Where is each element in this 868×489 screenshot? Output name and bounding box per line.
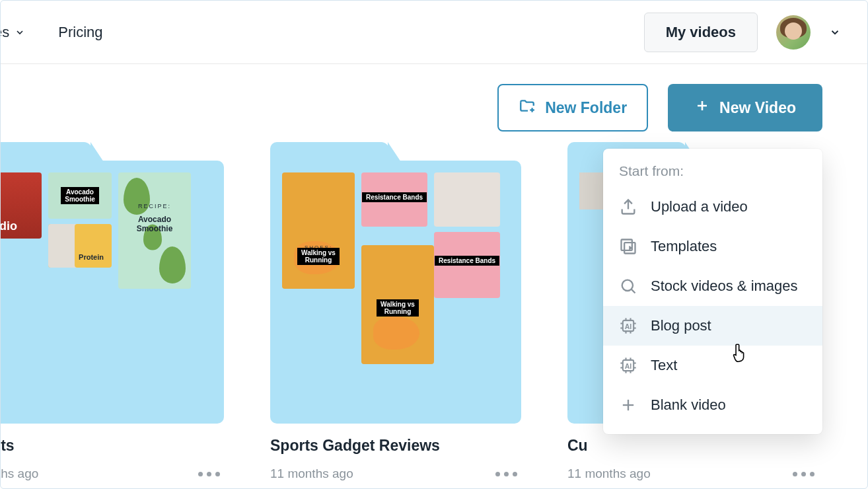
folder-meta: months ago xyxy=(0,467,224,481)
header-left: es Pricing xyxy=(1,24,103,41)
dropdown-item-text[interactable]: AI Text xyxy=(603,346,822,385)
thumb-shoes: SHOES: Walking vs Running xyxy=(282,172,355,289)
nav-item-truncated[interactable]: es xyxy=(0,24,25,41)
avatar[interactable] xyxy=(776,15,811,50)
folder-preview: FAQ Cardio Avocado Smoothie Protein RECI… xyxy=(0,161,224,424)
button-label: New Folder xyxy=(545,99,627,117)
thumb-bands-2: Resistance Bands xyxy=(434,232,500,298)
search-icon xyxy=(619,277,637,295)
thumb-shoes-2: SHOES: Walking vs Running xyxy=(361,245,434,364)
dropdown-label: Blank video xyxy=(651,396,726,414)
nav-label: Pricing xyxy=(58,24,102,41)
dropdown-label: Upload a video xyxy=(651,198,748,215)
svg-line-8 xyxy=(632,289,635,293)
more-icon[interactable] xyxy=(194,468,224,480)
chevron-down-icon xyxy=(15,27,25,38)
nav-label: es xyxy=(0,24,9,41)
svg-point-7 xyxy=(622,280,633,291)
folder-meta: 11 months ago xyxy=(270,467,521,481)
folder-preview: SHOES: Walking vs Running Resistance Ban… xyxy=(270,161,521,424)
svg-text:AI: AI xyxy=(625,322,632,330)
thumb-cardio: FAQ Cardio xyxy=(0,172,42,239)
action-bar: New Folder New Video xyxy=(1,64,867,132)
header-right: My videos xyxy=(644,13,841,52)
dropdown-item-templates[interactable]: Templates xyxy=(603,227,822,266)
chevron-down-icon[interactable] xyxy=(829,26,841,38)
dropdown-item-blank[interactable]: Blank video xyxy=(603,385,822,425)
ai-chip-icon: AI xyxy=(619,317,637,335)
thumb-workout xyxy=(434,172,500,227)
dropdown-item-upload[interactable]: Upload a video xyxy=(603,187,822,227)
new-folder-button[interactable]: New Folder xyxy=(497,84,648,132)
folder-card[interactable]: SHOES: Walking vs Running Resistance Ban… xyxy=(270,161,521,481)
button-label: My videos xyxy=(666,24,736,40)
dropdown-item-stock[interactable]: Stock videos & images xyxy=(603,266,822,306)
thumb-protein: Protein xyxy=(48,224,112,268)
button-label: New Video xyxy=(719,99,796,117)
folder-title: Cu xyxy=(567,437,818,455)
folder-meta: 11 months ago xyxy=(567,467,818,481)
templates-icon xyxy=(619,237,637,256)
thumb-avocado-small: Avocado Smoothie xyxy=(48,172,112,219)
ai-chip-icon: AI xyxy=(619,356,637,375)
folder-date: 11 months ago xyxy=(567,467,651,481)
new-video-dropdown: Start from: Upload a video Templates Sto… xyxy=(603,149,822,434)
svg-text:AI: AI xyxy=(625,362,632,370)
my-videos-button[interactable]: My videos xyxy=(644,13,758,52)
dropdown-label: Blog post xyxy=(651,317,711,334)
folder-plus-icon xyxy=(519,97,536,118)
new-video-button[interactable]: New Video xyxy=(668,84,822,132)
upload-icon xyxy=(619,198,637,216)
header: es Pricing My videos xyxy=(1,1,867,64)
dropdown-label: Text xyxy=(651,357,677,374)
plus-icon xyxy=(694,98,710,118)
folder-title: Posts xyxy=(0,437,224,455)
folder-card[interactable]: FAQ Cardio Avocado Smoothie Protein RECI… xyxy=(0,161,224,481)
dropdown-title: Start from: xyxy=(603,163,822,187)
thumb-bands: Resistance Bands xyxy=(361,172,427,227)
nav-pricing[interactable]: Pricing xyxy=(58,24,102,41)
more-icon[interactable] xyxy=(491,468,521,480)
dropdown-label: Templates xyxy=(651,238,717,255)
folder-date: months ago xyxy=(0,467,38,481)
dropdown-label: Stock videos & images xyxy=(651,278,798,295)
more-icon[interactable] xyxy=(789,468,818,480)
thumb-avocado-big: RECIPE: Avocado Smoothie xyxy=(118,172,191,289)
dropdown-item-blog-post[interactable]: AI Blog post xyxy=(603,306,822,346)
folder-date: 11 months ago xyxy=(270,467,353,481)
folder-title: Sports Gadget Reviews xyxy=(270,437,521,455)
plus-icon xyxy=(619,396,637,414)
